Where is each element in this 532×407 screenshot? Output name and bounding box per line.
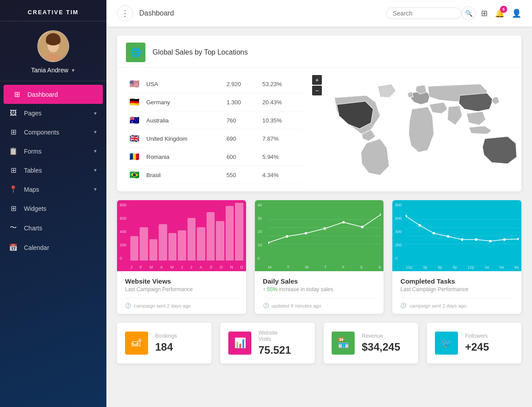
zoom-out-button[interactable]: − [312, 86, 322, 95]
sidebar-item-charts[interactable]: 〜 Charts [0, 218, 106, 238]
world-map-visual: + − [312, 75, 512, 184]
daily-sales-chart: 40 30 20 10 0 [255, 200, 384, 271]
brand-title: CREATIVE TIM [0, 0, 106, 21]
sidebar-item-tables[interactable]: ⊞ Tables ▼ [0, 161, 106, 180]
daily-sales-title: Daily Sales [263, 277, 376, 285]
followers-label: Followers [465, 333, 513, 339]
website-views-subtitle: Last Campaign Performance [125, 286, 238, 292]
country-percent: 10.35% [259, 111, 303, 130]
sidebar-item-maps[interactable]: 📍 Maps ▼ [0, 180, 106, 199]
maps-arrow-icon: ▼ [93, 187, 98, 192]
user-profile-button[interactable]: 👤 [512, 8, 521, 18]
line-chart-svg [406, 203, 519, 261]
daily-sales-subtitle: ↑ 55% increase in today sales. [263, 286, 376, 292]
sidebar-item-calendar[interactable]: 📅 Calendar [0, 238, 106, 257]
bar [235, 203, 243, 261]
flag-icon: 🇦🇺 [126, 111, 143, 130]
notifications-button[interactable]: 🔔 5 [495, 8, 505, 18]
chart-cards-grid: 800 600 400 200 0 JFM AMJ JAS OND [117, 200, 521, 314]
daily-sales-card: 40 30 20 10 0 [255, 200, 384, 314]
svg-point-26 [475, 238, 478, 241]
revenue-value: $34,245 [362, 341, 410, 353]
country-name: Australia [143, 111, 223, 130]
country-value: 690 [223, 130, 259, 148]
page-title: Dashboard [139, 9, 386, 17]
sidebar-item-forms[interactable]: 📋 Forms ▼ [0, 142, 106, 161]
x-axis-labels: 12p3p6p 9p12p3a 6a9a [406, 265, 519, 269]
globe-icon-box: 🌐 [126, 43, 145, 62]
flag-icon: 🇧🇷 [126, 166, 143, 184]
completed-tasks-chart: 800 600 400 200 0 [392, 200, 521, 271]
table-row: 🇩🇪 Germany 1.300 20.43% [126, 93, 303, 111]
website-views-footer: 🕐 campaign sent 2 days ago [125, 298, 238, 308]
sidebar: CREATIVE TIM Tania Andrew ▼ ⊞ Dashboard [0, 0, 106, 407]
bar [159, 224, 167, 261]
grid-view-button[interactable]: ⊞ [481, 8, 488, 18]
svg-point-24 [447, 235, 450, 238]
tables-icon: ⊞ [9, 166, 18, 174]
country-percent: 7.87% [259, 130, 303, 148]
widgets-icon: ⊞ [9, 204, 18, 213]
search-button[interactable]: 🔍 [462, 6, 476, 20]
avatar [37, 30, 69, 62]
search-input[interactable] [393, 10, 455, 17]
country-value: 550 [223, 166, 259, 184]
zoom-in-button[interactable]: + [312, 75, 322, 85]
revenue-info: Revenue $34,245 [362, 333, 410, 353]
world-map-body: 🇺🇸 USA 2.920 53.23% 🇩🇪 Germany 1.300 20.… [117, 68, 521, 191]
bar [216, 221, 224, 261]
country-percent: 53.23% [259, 75, 303, 93]
svg-point-12 [305, 232, 307, 235]
sidebar-item-pages[interactable]: 🖼 Pages ▼ [0, 104, 106, 122]
bar [149, 239, 157, 261]
sidebar-item-label: Components [24, 129, 59, 136]
x-axis-labels: MTW TFS S [268, 265, 381, 269]
followers-icon-box: 🐦 [435, 332, 458, 355]
svg-point-15 [361, 226, 364, 229]
revenue-stat-card: 🏪 Revenue $34,245 [324, 323, 418, 364]
search-box [386, 8, 462, 19]
pages-icon: 🖼 [9, 109, 18, 117]
sidebar-item-label: Widgets [24, 205, 47, 212]
completed-tasks-card: 800 600 400 200 0 [392, 200, 521, 314]
country-name: Brasil [143, 166, 223, 184]
forms-arrow-icon: ▼ [93, 149, 98, 154]
tables-arrow-icon: ▼ [93, 168, 98, 173]
followers-value: +245 [465, 341, 513, 353]
country-percent: 5.94% [259, 148, 303, 166]
website-views-footer-text: campaign sent 2 days ago [134, 303, 191, 308]
country-name: USA [143, 75, 223, 93]
bar [226, 206, 234, 261]
user-name-label[interactable]: Tania Andrew ▼ [31, 67, 75, 74]
forms-icon: 📋 [9, 147, 18, 155]
bookings-value: 184 [155, 341, 203, 353]
sidebar-item-label: Forms [24, 148, 42, 155]
bar [130, 236, 138, 261]
website-views-card: 800 600 400 200 0 JFM AMJ JAS OND [117, 200, 246, 314]
country-name: Romania [143, 148, 223, 166]
website-views-body: Website Views Last Campaign Performance … [117, 271, 246, 314]
daily-sales-footer: 🕐 updated 4 minutes ago [263, 298, 376, 308]
calendar-icon: 📅 [9, 243, 18, 252]
bookings-icon-box: 🛋 [125, 332, 148, 355]
revenue-icon-box: 🏪 [332, 332, 355, 355]
sidebar-user: Tania Andrew ▼ [0, 21, 106, 81]
clock-icon: 🕐 [125, 303, 131, 308]
website-views-chart: 800 600 400 200 0 JFM AMJ JAS OND [117, 200, 246, 271]
menu-dots-button[interactable]: ⋮ [117, 5, 133, 21]
bookings-label: Bookings [155, 333, 203, 339]
completed-tasks-title: Completed Tasks [400, 277, 513, 285]
country-value: 760 [223, 111, 259, 130]
topbar-actions: ⊞ 🔔 5 👤 [481, 8, 521, 18]
svg-point-22 [419, 224, 421, 227]
sidebar-item-components[interactable]: ⊞ Components ▼ [0, 122, 106, 142]
sidebar-item-label: Maps [24, 186, 39, 193]
bar [188, 218, 196, 261]
country-name: Germany [143, 93, 223, 111]
sidebar-item-widgets[interactable]: ⊞ Widgets [0, 199, 106, 218]
sidebar-item-dashboard[interactable]: ⊞ Dashboard [4, 85, 103, 104]
svg-point-28 [503, 238, 506, 241]
components-arrow-icon: ▼ [93, 130, 98, 134]
flag-icon: 🇺🇸 [126, 75, 143, 93]
table-row: 🇧🇷 Brasil 550 4.34% [126, 166, 303, 184]
